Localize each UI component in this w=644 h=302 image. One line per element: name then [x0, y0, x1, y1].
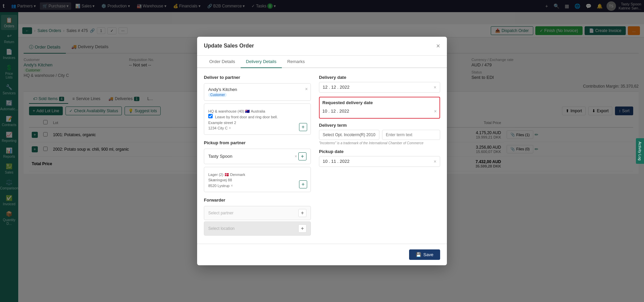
pickup-partner-card: Tasty Spoon × +: [204, 149, 311, 164]
modal-right-col: Delivery date 12 . 12 . 2022 × Requested…: [319, 75, 440, 237]
remove-partner-button[interactable]: ×: [305, 86, 308, 92]
save-button[interactable]: 💾 Save: [409, 249, 440, 260]
deliver-partner-card: Andy's Kitchen Customer ×: [204, 83, 311, 101]
add-warehouse-location-button[interactable]: +: [299, 180, 307, 188]
incoterm-select[interactable]: Select Opt. Incoterm(R) 2010: [319, 130, 379, 140]
modal-grid: Deliver to partner Andy's Kitchen Custom…: [204, 75, 440, 237]
remove-address-button[interactable]: ×: [229, 126, 231, 130]
remove-pickup-button[interactable]: ×: [295, 152, 297, 160]
modal-tab-delivery-details[interactable]: Delivery Details: [241, 56, 282, 68]
modal-tab-order-details[interactable]: Order Details: [204, 56, 241, 68]
modal-body: Deliver to partner Andy's Kitchen Custom…: [197, 68, 447, 244]
flag-denmark: 🇩🇰: [224, 173, 230, 177]
pickup-date-field[interactable]: 10 . 11 . 2022 ×: [319, 156, 440, 167]
modal-header: Update Sales Order ×: [197, 37, 447, 56]
clear-requested-date[interactable]: ×: [434, 109, 437, 114]
remove-warehouse-button[interactable]: ×: [231, 183, 233, 188]
clear-pickup-date[interactable]: ×: [434, 159, 436, 164]
delivery-date-field[interactable]: 12 . 12 . 2022 ×: [319, 82, 440, 93]
forwarder-location-select[interactable]: Select location +: [204, 221, 311, 236]
delivery-term-row: Select Opt. Incoterm(R) 2010: [319, 130, 440, 140]
delivery-term-group: Delivery term Select Opt. Incoterm(R) 20…: [319, 123, 440, 145]
requested-delivery-date-field[interactable]: 10 . 12 . 2022 ×: [322, 107, 437, 115]
modal-left-col: Deliver to partner Andy's Kitchen Custom…: [204, 75, 311, 237]
clear-delivery-date[interactable]: ×: [434, 85, 436, 90]
modal-tab-remarks[interactable]: Remarks: [282, 56, 310, 68]
pickup-date-group: Pickup date 10 . 11 . 2022 ×: [319, 149, 440, 167]
add-pickup-button[interactable]: +: [298, 152, 306, 160]
forwarder-title: Forwarder: [204, 198, 311, 203]
deliver-address-card: HQ & warehouse (40) 🇦🇺 Australia Leave b…: [204, 103, 311, 135]
delivery-date-group: Delivery date 12 . 12 . 2022 ×: [319, 75, 440, 93]
flag-australia: 🇦🇺: [245, 109, 250, 113]
modal-footer: 💾 Save: [197, 244, 447, 265]
activity-log-button[interactable]: Activity Log: [636, 138, 644, 164]
forwarder-partner-select[interactable]: Select partner +: [204, 206, 311, 220]
modal-close-button[interactable]: ×: [436, 42, 440, 50]
requested-delivery-date-group: Requested delivery date 10 . 12 . 2022 ×: [319, 97, 440, 119]
term-text-input[interactable]: [382, 130, 440, 140]
save-icon: 💾: [416, 252, 421, 257]
modal-title: Update Sales Order: [204, 43, 254, 49]
add-address-button[interactable]: +: [299, 123, 307, 131]
add-forwarder-location-button[interactable]: +: [298, 224, 306, 233]
pickup-warehouse-card: Lager (2) 🇩🇰 Denmark Skæringvej 88 8520 …: [204, 167, 311, 192]
update-sales-order-modal: Update Sales Order × Order Details Deliv…: [197, 37, 447, 266]
add-forwarder-partner-button[interactable]: +: [298, 209, 306, 217]
modal-tabs: Order Details Delivery Details Remarks: [197, 56, 447, 68]
pickup-partner-title: Pickup from partner: [204, 140, 311, 145]
leave-at-door-checkbox[interactable]: [208, 114, 213, 118]
deliver-to-partner-title: Deliver to partner: [204, 75, 311, 80]
modal-overlay[interactable]: Update Sales Order × Order Details Deliv…: [0, 0, 644, 302]
